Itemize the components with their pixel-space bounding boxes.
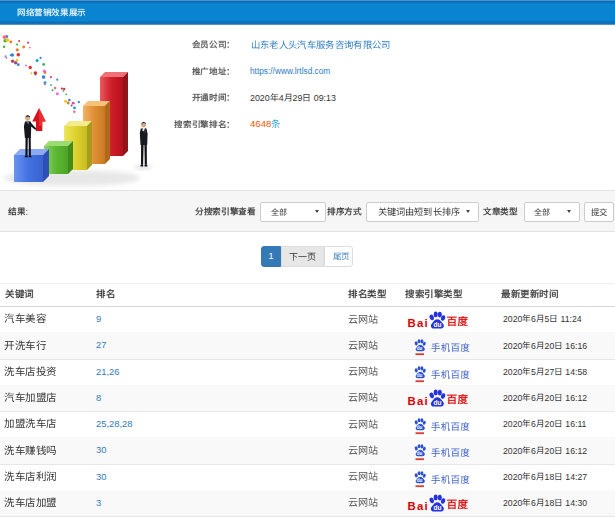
svg-text:du: du	[417, 373, 423, 378]
svg-text:B: B	[408, 500, 416, 512]
svg-text:a: a	[417, 316, 424, 328]
svg-text:du: du	[433, 504, 441, 511]
svg-text:du: du	[417, 346, 423, 351]
svg-text:B: B	[408, 316, 416, 328]
svg-text:B: B	[408, 395, 416, 407]
svg-text:du: du	[417, 451, 423, 456]
svg-text:du: du	[433, 321, 441, 328]
svg-text:du: du	[417, 478, 423, 483]
svg-text:du: du	[433, 399, 441, 406]
svg-text:a: a	[417, 500, 424, 512]
svg-text:i: i	[425, 316, 428, 328]
svg-text:i: i	[425, 395, 428, 407]
svg-text:du: du	[417, 425, 423, 430]
svg-text:a: a	[417, 395, 424, 407]
svg-text:i: i	[425, 500, 428, 512]
